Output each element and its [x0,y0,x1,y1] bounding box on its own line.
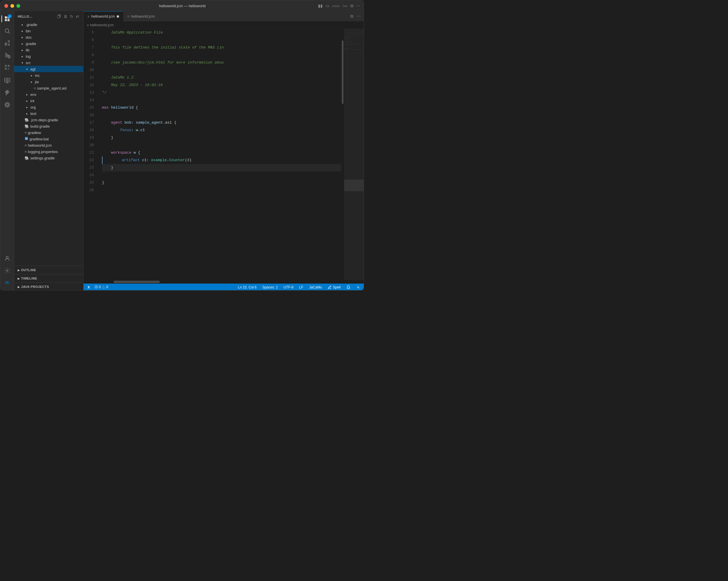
line-number-5: 5 [83,29,94,36]
editor-scrollbar[interactable] [341,29,344,280]
tree-item-log[interactable]: ▸log [14,53,83,59]
tree-item-doc[interactable]: ▸doc [14,34,83,41]
line-number-13: 13 [83,89,94,97]
status-notifications-icon[interactable] [345,285,352,289]
tree-item-gradlew-bat[interactable]: batgradlew.bat [14,136,83,142]
code-area[interactable]: JaCaMo Application File This file define… [97,29,341,280]
activity-test[interactable] [1,87,13,99]
activity-bar: 1 [0,11,14,290]
status-remote-icon[interactable] [355,285,361,289]
tree-item-test[interactable]: ▸test [14,110,83,117]
tree-arrow: ▸ [25,112,29,115]
status-jacamo-icon[interactable]: X [86,285,91,289]
maximize-button[interactable] [17,4,20,8]
tree-item-gradlew[interactable]: ≡gradlew [14,129,83,136]
tree-item-org[interactable]: ▸org [14,104,83,110]
explorer-badge: 1 [8,14,12,18]
line-number-25: 25 [83,179,94,187]
status-language[interactable]: JaCaMo [308,285,323,289]
layout-icon[interactable]: ▭▭ [332,3,340,8]
timeline-header[interactable]: ▶ TIMELINE [14,274,83,283]
new-folder-icon[interactable]: 🗎 [63,14,68,19]
status-errors[interactable]: ⓪ 0 △ 0 [93,285,109,290]
activity-source-control[interactable] [1,37,13,49]
activity-jacamo[interactable]: JC [1,277,13,289]
status-spaces-label: Spaces: 2 [262,285,278,289]
breadcrumb-label[interactable]: helloworld.jcm [90,23,113,27]
activity-bottom: JC [1,253,13,290]
tree-item-sample-agent-asl[interactable]: ≡sample_agent.asl [14,85,83,91]
new-file-icon[interactable]: 🗍 [57,14,62,19]
line-number-21: 21 [83,149,94,157]
activity-search[interactable] [1,25,13,37]
status-position[interactable]: Ln 23, Col 6 [237,285,258,289]
tree-item-logging-properties[interactable]: ≡logging.properties [14,149,83,155]
activity-remote[interactable] [1,75,13,86]
line-number-11: 11 [83,74,94,81]
java-projects-header[interactable]: ▶ JAVA PROJECTS [14,283,83,290]
tree-item-src[interactable]: ▾src [14,59,83,66]
collapse-all-icon[interactable]: ⇄ [75,14,80,19]
tree-item-jia[interactable]: ▸jia [14,79,83,85]
split-editor-icon[interactable]: ⧉ [350,3,353,8]
status-spaces[interactable]: Spaces: 2 [261,285,279,289]
tree-item-label: gradle [26,42,36,46]
editor-hscrollbar[interactable] [83,280,364,284]
tree-arrow: ▸ [25,106,29,109]
split-editor-right-icon[interactable]: ⧉ [349,13,355,20]
status-encoding[interactable]: UTF-8 [283,285,295,289]
tab-bar-right: ⧉ ⋯ [349,13,364,20]
line-number-6: 6 [83,36,94,44]
status-line-ending[interactable]: LF [298,285,305,289]
tree-item-settings-gradle[interactable]: 🐘settings.gradle [14,155,83,161]
tree-item-env[interactable]: ▸env [14,91,83,98]
tree-item-gradle[interactable]: ▸gradle [14,41,83,47]
svg-point-7 [8,41,9,43]
code-line-15: mas helloworld { [102,104,341,111]
tree-item-bin[interactable]: ▸bin [14,28,83,34]
tree-item-helloworld-jcm[interactable]: ≡helloworld.jcm [14,142,83,149]
tree-item-label: inc [35,73,40,78]
activity-gradle[interactable] [1,99,13,111]
panel-toggle-icon[interactable]: ▭ [326,3,329,8]
editor-content[interactable]: 567891011121314151617181920212223242526 … [83,29,364,280]
customize-layout-icon[interactable]: ⁝▭ [343,3,347,8]
activity-run[interactable] [1,49,13,61]
tree-item-build-gradle[interactable]: 🐘build.gradle [14,123,83,129]
tree-arrow: ▸ [25,99,29,103]
activity-settings[interactable] [1,265,13,276]
outline-label: OUTLINE [21,268,36,272]
tree-item-agt[interactable]: ▾agt [14,66,83,72]
activity-account[interactable] [1,253,13,264]
refresh-icon[interactable]: ↻ [69,14,74,19]
tab-label-active: helloworld.jcm [91,14,115,19]
code-line-24 [102,171,341,179]
more-actions-icon[interactable]: ⋯ [356,3,360,8]
code-line-13: */ [102,89,341,97]
status-spell[interactable]: Spell [327,285,342,289]
tree-item--gradle[interactable]: ▸.gradle [14,21,83,28]
tree-item-label: settings.gradle [30,156,55,160]
tree-item--jcm-deps-gradle[interactable]: 🐘.jcm-deps.gradle [14,117,83,123]
outline-header[interactable]: ▶ OUTLINE [14,266,83,274]
svg-point-14 [6,79,8,81]
tab-helloworld-jcm-active[interactable]: ≡ helloworld.jcm [83,11,123,21]
code-line-20 [102,141,341,149]
scrollbar-thumb[interactable] [342,41,343,104]
sidebar-header: HELLO... 🗍 🗎 ↻ ⇄ [14,11,83,21]
minimize-button[interactable] [10,4,14,8]
tree-item-int[interactable]: ▸int [14,98,83,104]
svg-point-21 [358,287,359,288]
svg-point-4 [5,29,9,33]
close-button[interactable] [4,4,8,8]
tab-helloworld-jcm-inactive[interactable]: ≡ helloworld.jcm [123,11,159,21]
tab-icon-inactive: ≡ [127,15,129,18]
hscroll-thumb[interactable] [113,281,160,283]
activity-explorer[interactable]: 1 [1,13,13,25]
sidebar-toggle-icon[interactable]: ▮▮ [318,3,323,8]
more-tabs-icon[interactable]: ⋯ [356,13,362,20]
tree-item-inc[interactable]: ▸inc [14,72,83,79]
activity-extensions[interactable] [1,61,13,73]
svg-point-6 [5,44,6,46]
tree-item-lib[interactable]: ▸lib [14,47,83,53]
